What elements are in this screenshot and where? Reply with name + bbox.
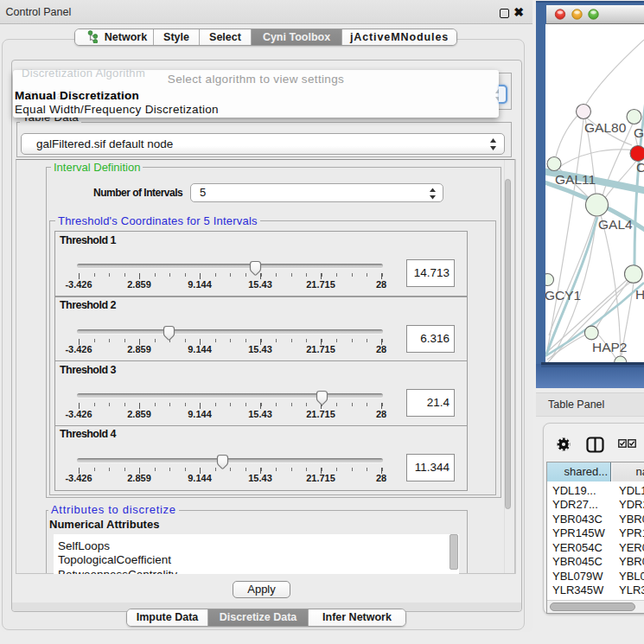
svg-text:GAL11: GAL11 xyxy=(555,172,596,187)
svg-text:GAL80: GAL80 xyxy=(584,120,627,135)
svg-text:GAL4: GAL4 xyxy=(598,217,633,232)
svg-text:GA: GA xyxy=(634,125,644,140)
svg-text:HAP2: HAP2 xyxy=(592,340,628,354)
svg-text:HI: HI xyxy=(635,287,644,302)
svg-text:CY: CY xyxy=(636,160,644,175)
svg-text:GCY1: GCY1 xyxy=(545,288,581,303)
